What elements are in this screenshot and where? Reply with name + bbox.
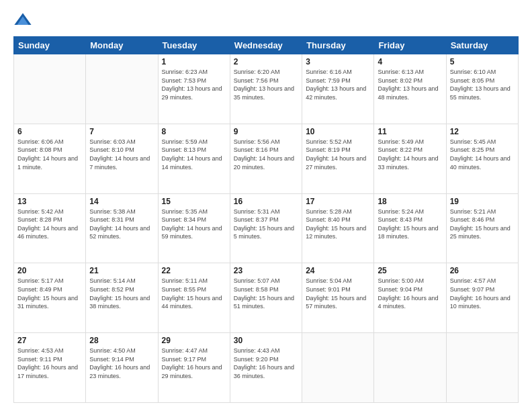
day-number: 20	[17, 266, 82, 275]
day-info: Sunrise: 6:16 AM Sunset: 7:59 PM Dayligh…	[306, 68, 370, 101]
table-row: 7Sunrise: 6:03 AM Sunset: 8:10 PM Daylig…	[86, 124, 158, 193]
day-number: 1	[162, 57, 226, 66]
table-row: 17Sunrise: 5:28 AM Sunset: 8:40 PM Dayli…	[302, 193, 374, 263]
day-info: Sunrise: 4:50 AM Sunset: 9:14 PM Dayligh…	[89, 347, 154, 380]
day-number: 16	[234, 197, 298, 206]
page: Sunday Monday Tuesday Wednesday Thursday…	[0, 0, 532, 411]
table-row: 21Sunrise: 5:14 AM Sunset: 8:52 PM Dayli…	[86, 263, 158, 333]
day-info: Sunrise: 4:57 AM Sunset: 9:07 PM Dayligh…	[450, 277, 515, 310]
day-number: 5	[450, 57, 515, 66]
day-info: Sunrise: 5:24 AM Sunset: 8:43 PM Dayligh…	[378, 208, 442, 241]
table-row: 12Sunrise: 5:45 AM Sunset: 8:25 PM Dayli…	[446, 124, 518, 193]
table-row	[302, 333, 374, 403]
col-monday: Monday	[86, 37, 158, 54]
day-number: 21	[89, 266, 154, 275]
day-info: Sunrise: 5:28 AM Sunset: 8:40 PM Dayligh…	[306, 208, 370, 241]
day-number: 2	[234, 57, 298, 66]
table-row: 11Sunrise: 5:49 AM Sunset: 8:22 PM Dayli…	[374, 124, 446, 193]
table-row	[446, 333, 518, 403]
day-number: 15	[162, 197, 226, 206]
calendar-week-row: 20Sunrise: 5:17 AM Sunset: 8:49 PM Dayli…	[14, 263, 519, 333]
day-number: 4	[378, 57, 442, 66]
day-number: 18	[378, 197, 442, 206]
day-info: Sunrise: 6:13 AM Sunset: 8:02 PM Dayligh…	[378, 68, 442, 101]
day-info: Sunrise: 6:23 AM Sunset: 7:53 PM Dayligh…	[162, 68, 226, 101]
table-row: 20Sunrise: 5:17 AM Sunset: 8:49 PM Dayli…	[14, 263, 86, 333]
table-row	[14, 54, 86, 124]
day-number: 13	[17, 197, 82, 206]
day-info: Sunrise: 6:03 AM Sunset: 8:10 PM Dayligh…	[89, 138, 154, 171]
col-wednesday: Wednesday	[230, 37, 302, 54]
table-row: 16Sunrise: 5:31 AM Sunset: 8:37 PM Dayli…	[230, 193, 302, 263]
day-info: Sunrise: 5:35 AM Sunset: 8:34 PM Dayligh…	[162, 208, 226, 241]
day-info: Sunrise: 4:43 AM Sunset: 9:20 PM Dayligh…	[234, 347, 298, 380]
table-row: 23Sunrise: 5:07 AM Sunset: 8:58 PM Dayli…	[230, 263, 302, 333]
col-tuesday: Tuesday	[158, 37, 230, 54]
calendar-week-row: 13Sunrise: 5:42 AM Sunset: 8:28 PM Dayli…	[14, 193, 519, 263]
table-row: 2Sunrise: 6:20 AM Sunset: 7:56 PM Daylig…	[230, 54, 302, 124]
day-info: Sunrise: 6:20 AM Sunset: 7:56 PM Dayligh…	[234, 68, 298, 101]
table-row: 30Sunrise: 4:43 AM Sunset: 9:20 PM Dayli…	[230, 333, 302, 403]
day-number: 23	[234, 266, 298, 275]
logo-icon	[13, 11, 32, 30]
day-number: 30	[234, 336, 298, 345]
calendar-week-row: 1Sunrise: 6:23 AM Sunset: 7:53 PM Daylig…	[14, 54, 519, 124]
calendar-header-row: Sunday Monday Tuesday Wednesday Thursday…	[14, 37, 519, 54]
table-row: 25Sunrise: 5:00 AM Sunset: 9:04 PM Dayli…	[374, 263, 446, 333]
day-info: Sunrise: 5:52 AM Sunset: 8:19 PM Dayligh…	[306, 138, 370, 171]
day-info: Sunrise: 5:00 AM Sunset: 9:04 PM Dayligh…	[378, 277, 442, 310]
table-row: 14Sunrise: 5:38 AM Sunset: 8:31 PM Dayli…	[86, 193, 158, 263]
day-number: 14	[89, 197, 154, 206]
day-info: Sunrise: 5:42 AM Sunset: 8:28 PM Dayligh…	[17, 208, 82, 241]
table-row	[86, 54, 158, 124]
table-row: 26Sunrise: 4:57 AM Sunset: 9:07 PM Dayli…	[446, 263, 518, 333]
table-row	[374, 333, 446, 403]
table-row: 15Sunrise: 5:35 AM Sunset: 8:34 PM Dayli…	[158, 193, 230, 263]
day-number: 25	[378, 266, 442, 275]
day-number: 24	[306, 266, 370, 275]
day-number: 11	[378, 127, 442, 136]
calendar-week-row: 27Sunrise: 4:53 AM Sunset: 9:11 PM Dayli…	[14, 333, 519, 403]
day-info: Sunrise: 5:07 AM Sunset: 8:58 PM Dayligh…	[234, 277, 298, 310]
table-row: 18Sunrise: 5:24 AM Sunset: 8:43 PM Dayli…	[374, 193, 446, 263]
logo	[13, 11, 34, 30]
day-number: 19	[450, 197, 515, 206]
day-info: Sunrise: 5:11 AM Sunset: 8:55 PM Dayligh…	[162, 277, 226, 310]
day-number: 6	[17, 127, 82, 136]
day-info: Sunrise: 6:10 AM Sunset: 8:05 PM Dayligh…	[450, 68, 515, 101]
table-row: 1Sunrise: 6:23 AM Sunset: 7:53 PM Daylig…	[158, 54, 230, 124]
table-row: 24Sunrise: 5:04 AM Sunset: 9:01 PM Dayli…	[302, 263, 374, 333]
table-row: 4Sunrise: 6:13 AM Sunset: 8:02 PM Daylig…	[374, 54, 446, 124]
day-number: 9	[234, 127, 298, 136]
day-number: 12	[450, 127, 515, 136]
day-number: 8	[162, 127, 226, 136]
table-row: 28Sunrise: 4:50 AM Sunset: 9:14 PM Dayli…	[86, 333, 158, 403]
day-info: Sunrise: 5:04 AM Sunset: 9:01 PM Dayligh…	[306, 277, 370, 310]
day-number: 22	[162, 266, 226, 275]
day-number: 10	[306, 127, 370, 136]
col-sunday: Sunday	[14, 37, 86, 54]
day-number: 7	[89, 127, 154, 136]
day-number: 26	[450, 266, 515, 275]
day-info: Sunrise: 5:49 AM Sunset: 8:22 PM Dayligh…	[378, 138, 442, 171]
table-row: 13Sunrise: 5:42 AM Sunset: 8:28 PM Dayli…	[14, 193, 86, 263]
day-info: Sunrise: 5:38 AM Sunset: 8:31 PM Dayligh…	[89, 208, 154, 241]
col-friday: Friday	[374, 37, 446, 54]
col-saturday: Saturday	[446, 37, 518, 54]
table-row: 10Sunrise: 5:52 AM Sunset: 8:19 PM Dayli…	[302, 124, 374, 193]
day-info: Sunrise: 5:17 AM Sunset: 8:49 PM Dayligh…	[17, 277, 82, 310]
day-info: Sunrise: 5:59 AM Sunset: 8:13 PM Dayligh…	[162, 138, 226, 171]
day-info: Sunrise: 5:56 AM Sunset: 8:16 PM Dayligh…	[234, 138, 298, 171]
table-row: 22Sunrise: 5:11 AM Sunset: 8:55 PM Dayli…	[158, 263, 230, 333]
calendar-table: Sunday Monday Tuesday Wednesday Thursday…	[13, 36, 519, 403]
col-thursday: Thursday	[302, 37, 374, 54]
day-info: Sunrise: 5:21 AM Sunset: 8:46 PM Dayligh…	[450, 208, 515, 241]
table-row: 29Sunrise: 4:47 AM Sunset: 9:17 PM Dayli…	[158, 333, 230, 403]
day-number: 17	[306, 197, 370, 206]
table-row: 19Sunrise: 5:21 AM Sunset: 8:46 PM Dayli…	[446, 193, 518, 263]
table-row: 5Sunrise: 6:10 AM Sunset: 8:05 PM Daylig…	[446, 54, 518, 124]
day-info: Sunrise: 5:45 AM Sunset: 8:25 PM Dayligh…	[450, 138, 515, 171]
day-info: Sunrise: 6:06 AM Sunset: 8:08 PM Dayligh…	[17, 138, 82, 171]
table-row: 8Sunrise: 5:59 AM Sunset: 8:13 PM Daylig…	[158, 124, 230, 193]
table-row: 27Sunrise: 4:53 AM Sunset: 9:11 PM Dayli…	[14, 333, 86, 403]
